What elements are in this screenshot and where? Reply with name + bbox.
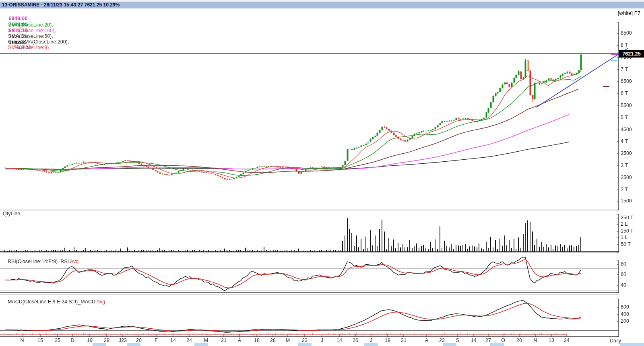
template-hotkey-label: [white] F7 xyxy=(618,10,640,16)
title-bar[interactable]: 13-ORISSAMINE - 28/11/23 15:43:27 7621.2… xyxy=(0,2,644,8)
rsi-label-text: RSI(CloseLine:14:E:9)_RSI xyxy=(8,259,70,264)
overlay-label-crosssma200[interactable]: CrossSMA(CloseLine:200), xyxy=(8,39,70,45)
volume-panel-label[interactable]: QtyLine xyxy=(3,211,20,216)
window-title: 13-ORISSAMINE - 28/11/23 15:43:27 7621.2… xyxy=(2,2,120,8)
periodicity-label[interactable]: Daily xyxy=(610,338,621,344)
overlay-label-sma100[interactable]: SMA(CloseLine:100), xyxy=(8,28,57,33)
indicator-labels: SMA(CloseLine:20), SMA(CloseLine:100), S… xyxy=(2,16,70,56)
macd-panel-label[interactable]: MACD(CloseLine:E:9:E:24:S:9)_MACD Avg xyxy=(2,293,105,310)
rsi-panel-label[interactable]: RSI(CloseLine:14:E:9)_RSI Avg xyxy=(2,253,78,270)
macd-avg-label: Avg xyxy=(97,299,105,305)
bottom-edge xyxy=(0,343,644,346)
macd-label-text: MACD(CloseLine:E:9:E:24:S:9)_MACD xyxy=(8,299,97,305)
overlay-label-sma20[interactable]: SMA(CloseLine:20), xyxy=(8,22,54,28)
trading-chart-window: 13-ORISSAMINE - 28/11/23 15:43:27 7621.2… xyxy=(0,0,644,346)
overlay-label-sma50[interactable]: SMA(CloseLine:50), xyxy=(8,33,54,39)
last-price-box: 7621.25 xyxy=(619,50,644,58)
rsi-avg-label: Avg xyxy=(70,259,78,264)
horizontal-line-value: 7664.38 xyxy=(14,45,31,49)
